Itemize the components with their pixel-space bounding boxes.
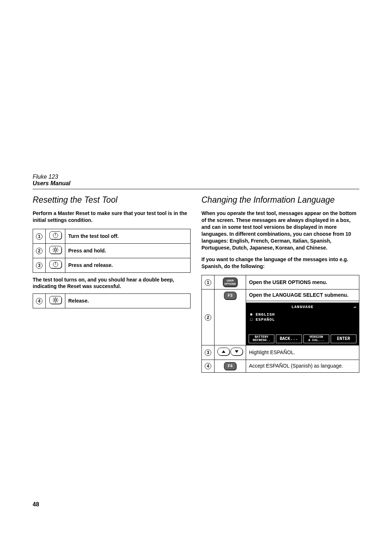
- svg-line-16: [53, 301, 54, 302]
- section-title-language: Changing the Information Language: [201, 194, 359, 206]
- lcd-f2: BACK...: [276, 335, 302, 343]
- step-num: 4: [36, 298, 42, 304]
- svg-line-14: [53, 298, 54, 299]
- lcd-title: LANGUAGE: [291, 305, 314, 309]
- svg-line-7: [53, 251, 54, 252]
- step-num: 1: [36, 233, 42, 240]
- step-desc: Release.: [65, 294, 191, 308]
- f3-button-icon: F3: [224, 292, 236, 300]
- step-num: 3: [36, 262, 42, 269]
- svg-line-8: [57, 248, 57, 248]
- step-desc: Accept ESPAÑOL (Spanish) as language.: [246, 360, 359, 372]
- reset-mid-text: The test tool turns on, and you should h…: [33, 276, 191, 290]
- lcd-f3: VERSION& CAL...: [303, 335, 329, 343]
- step-num: 4: [205, 363, 211, 369]
- col-right: Changing the Information Language When y…: [201, 194, 359, 375]
- svg-line-6: [57, 251, 57, 252]
- step-num: 2: [205, 314, 211, 321]
- arrow-down-icon: [230, 348, 243, 356]
- step-num: 2: [36, 248, 42, 254]
- user-options-button-icon: USEROPTIONS: [223, 278, 237, 287]
- lcd-option-espanol: □ ESPAÑOL: [250, 317, 356, 322]
- lang-intro-1: When you operate the test tool, messages…: [201, 210, 359, 251]
- brightness-button-icon: [49, 246, 62, 254]
- step-desc: Press and hold.: [65, 243, 191, 258]
- product-name: Fluke 123: [33, 174, 359, 180]
- header-rule: [33, 189, 359, 189]
- col-left: Resetting the Test Tool Perform a Master…: [33, 194, 191, 375]
- step-desc: Open the USER OPTIONS menu.: [246, 275, 359, 289]
- lcd-option-english: ■ ENGLISH: [250, 312, 356, 317]
- reset-steps-table-1: 1 Turn the test tool off. 2 Press and ho…: [33, 229, 191, 273]
- svg-point-0: [54, 249, 57, 251]
- power-button-icon: [49, 231, 62, 239]
- lcd-f1: BATTERYREFRESH..: [249, 335, 274, 343]
- page-number: 48: [33, 501, 39, 508]
- arrow-buttons: [217, 348, 243, 356]
- reset-steps-table-2: 4 Release.: [33, 293, 191, 308]
- step-desc: Highlight ESPAÑOL.: [246, 345, 359, 360]
- power-button-icon: [49, 260, 62, 268]
- lang-intro-2: If you want to change the language of th…: [201, 256, 359, 270]
- lcd-f4: ENTER: [331, 335, 356, 343]
- step-num: 1: [205, 279, 211, 286]
- svg-line-5: [53, 248, 54, 248]
- step-desc: Press and release.: [65, 258, 191, 272]
- svg-line-15: [57, 301, 57, 302]
- brightness-button-icon: [49, 296, 62, 304]
- reset-intro: Perform a Master Reset to make sure that…: [33, 210, 191, 224]
- return-icon: ↵: [354, 304, 356, 310]
- svg-point-9: [54, 299, 57, 301]
- lcd-screenshot: LANGUAGE↵ ■ ENGLISH □ ESPAÑOL BATTERYREF…: [246, 303, 359, 345]
- doc-subtitle: Users Manual: [33, 180, 359, 187]
- svg-line-17: [57, 298, 57, 299]
- step-num: 3: [205, 349, 211, 356]
- step-desc: Open the LANGUAGE SELECT submenu.: [246, 289, 359, 301]
- arrow-up-icon: [217, 348, 230, 356]
- lang-steps-table: 1 USEROPTIONS Open the USER OPTIONS menu…: [201, 275, 359, 373]
- step-desc: Turn the test tool off.: [65, 229, 191, 243]
- f4-button-icon: F4: [224, 362, 236, 370]
- section-title-reset: Resetting the Test Tool: [33, 194, 191, 206]
